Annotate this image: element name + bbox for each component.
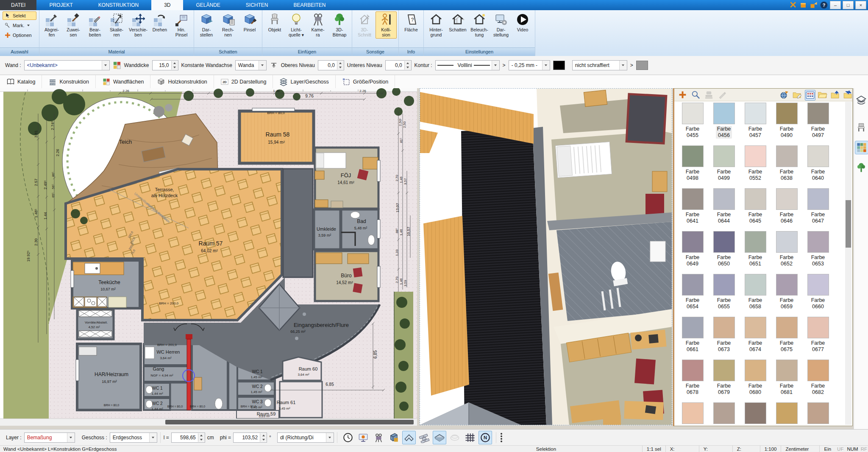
swatch-color[interactable]: [682, 360, 704, 381]
color-swatch-0498[interactable]: Farbe0498: [677, 145, 708, 187]
swatch-color[interactable]: [776, 402, 798, 424]
color-swatch-0640[interactable]: Farbe0640: [802, 145, 834, 187]
wandachse-select[interactable]: Wanda: [235, 60, 267, 70]
menu-tab-konstruktion[interactable]: KONSTRUKTION: [86, 0, 151, 10]
swatch-color[interactable]: [776, 231, 798, 253]
swatch-color[interactable]: [807, 145, 829, 167]
color-swatch-0679[interactable]: Farbe0679: [708, 359, 740, 402]
export-package-icon[interactable]: [810, 1, 818, 9]
dock-colors-button[interactable]: [855, 141, 868, 154]
layer-select[interactable]: Bemaßung: [24, 432, 75, 443]
swatch-color[interactable]: [713, 188, 735, 210]
toolbar-grip-icon[interactable]: [499, 432, 504, 443]
bottom-tool-bricks[interactable]: [417, 431, 431, 444]
color-swatch-0651[interactable]: Farbe0651: [740, 230, 771, 273]
swatch-color[interactable]: [807, 402, 829, 424]
status-rf[interactable]: RF: [860, 446, 868, 452]
bottom-tool-tile[interactable]: [433, 431, 446, 444]
color-swatch-0658[interactable]: Farbe0658: [740, 273, 771, 316]
color-swatch-0680[interactable]: Farbe0680: [740, 359, 771, 402]
color-swatch-0497[interactable]: Farbe0497: [802, 102, 834, 145]
status-ein[interactable]: Ein: [819, 446, 835, 452]
swatch-color[interactable]: [682, 188, 704, 210]
swatch-color[interactable]: [745, 103, 766, 124]
color-swatch-0675[interactable]: Farbe0675: [771, 316, 802, 359]
ribbon-button-hintergrund[interactable]: Hinter-grund: [426, 11, 447, 39]
view-tab-katalog[interactable]: Katalog: [0, 75, 42, 88]
color-swatch-0653[interactable]: Farbe0653: [802, 230, 834, 273]
ribbon-button-verschieben[interactable]: Verschie-ben: [128, 11, 149, 39]
ribbon-button-abgreifen[interactable]: Abgrei-fen: [41, 11, 62, 39]
view-tab-2d-darstellung[interactable]: 2D2D Darstellung: [214, 75, 273, 88]
ribbon-button-rechnen[interactable]: Rech-nen: [217, 11, 239, 39]
menu-tab-gelände[interactable]: GELÄNDE: [183, 0, 233, 10]
swatch-color[interactable]: [745, 231, 766, 253]
richtung-select[interactable]: dl (Richtung/Di: [277, 432, 334, 443]
wand-select[interactable]: <Unbekannt>: [24, 60, 110, 70]
palette-tool-add[interactable]: [678, 90, 687, 100]
bottom-tool-swirl[interactable]: [448, 431, 462, 444]
color-swatch-0649[interactable]: Farbe0649: [677, 230, 708, 273]
view-3d[interactable]: [420, 88, 672, 425]
color-swatch-0638[interactable]: Farbe0638: [771, 145, 802, 187]
close-button[interactable]: ×: [855, 1, 866, 9]
swatch-color[interactable]: [713, 231, 735, 253]
swatch-color[interactable]: [713, 103, 735, 124]
palette-tool-world[interactable]: [779, 90, 789, 100]
swatch-color[interactable]: [776, 317, 798, 338]
ribbon-button-lichtquelle[interactable]: Licht-quelle ▾: [286, 11, 307, 39]
oberes-niveau-input[interactable]: 0,0: [318, 60, 344, 70]
view-tab-wandfl-chen[interactable]: Wandflächen: [96, 75, 151, 88]
tools-icon[interactable]: [789, 1, 798, 9]
color-swatch-unlabeled[interactable]: [740, 402, 771, 426]
ribbon-button-objekt[interactable]: Objekt: [264, 11, 285, 33]
bottom-tool-grid[interactable]: [463, 431, 477, 444]
swatch-color[interactable]: [807, 360, 829, 381]
ribbon-button-beleuchtung[interactable]: Beleuch-tung: [469, 11, 490, 39]
help-icon[interactable]: ?: [820, 1, 828, 9]
menu-tab-datei[interactable]: DATEI: [0, 0, 36, 10]
color-swatch-0645[interactable]: Farbe0645: [740, 187, 771, 230]
swatch-color[interactable]: [713, 317, 735, 338]
color-swatch-0455[interactable]: Farbe0455: [677, 102, 708, 145]
color-swatch-0646[interactable]: Farbe0646: [771, 187, 802, 230]
swatch-color[interactable]: [745, 188, 766, 210]
swatch-color[interactable]: [745, 274, 766, 296]
color-swatch-0660[interactable]: Farbe0660: [802, 273, 834, 316]
swatch-color[interactable]: [682, 317, 704, 338]
swatch-color[interactable]: [745, 145, 766, 167]
bottom-tool-roof[interactable]: [402, 431, 416, 444]
menu-tab-3d[interactable]: 3D: [151, 0, 183, 10]
swatch-color[interactable]: [807, 231, 829, 253]
schraffur-select[interactable]: nicht schraffiert: [572, 60, 627, 70]
ribbon-button-pinsel[interactable]: Pinsel: [239, 11, 260, 33]
ribbon-button-zuweisen[interactable]: Zuwei-sen: [63, 11, 84, 39]
palette-scrollbar[interactable]: [845, 102, 851, 425]
ribbon-button-3dbitmap[interactable]: 3D-Bitmap: [329, 11, 350, 39]
palette-tool-stamp[interactable]: [704, 90, 714, 100]
palette-tool-folder-open[interactable]: [818, 90, 827, 100]
ribbon-button-skalieren[interactable]: Skalie-ren: [106, 11, 127, 39]
swatch-color[interactable]: [776, 103, 798, 124]
color-swatch-unlabeled[interactable]: [771, 402, 802, 426]
swatch-color[interactable]: [682, 103, 704, 124]
status-num[interactable]: NUM: [845, 446, 860, 452]
color-swatch-0457[interactable]: Farbe0457: [740, 102, 771, 145]
color-swatch-0682[interactable]: Farbe0682: [802, 359, 834, 402]
swatch-color[interactable]: [682, 402, 704, 424]
color-swatch-0655[interactable]: Farbe0655: [708, 273, 740, 316]
unteres-niveau-input[interactable]: 0,0: [385, 60, 412, 70]
ribbon-button-hinpinsel[interactable]: Hin.Pinsel: [171, 11, 192, 39]
bottom-tool-clock[interactable]: [341, 431, 355, 444]
color-swatch-0674[interactable]: Farbe0674: [740, 316, 771, 359]
color-swatch-0499[interactable]: Farbe0499: [708, 145, 740, 187]
ribbon-button-fläche[interactable]: ?Fläche: [401, 11, 422, 33]
ribbon-button-kollision[interactable]: Kolli-sion: [376, 11, 397, 39]
material-color-icon[interactable]: [113, 61, 121, 70]
color-swatch-0678[interactable]: Farbe0678: [677, 359, 708, 402]
swatch-color[interactable]: [807, 317, 829, 338]
fill-color-swatch[interactable]: [636, 61, 648, 70]
swatch-color[interactable]: [776, 274, 798, 296]
ribbon-button-darstellung[interactable]: Dar-stellung: [490, 11, 512, 39]
swatch-color[interactable]: [807, 103, 829, 124]
